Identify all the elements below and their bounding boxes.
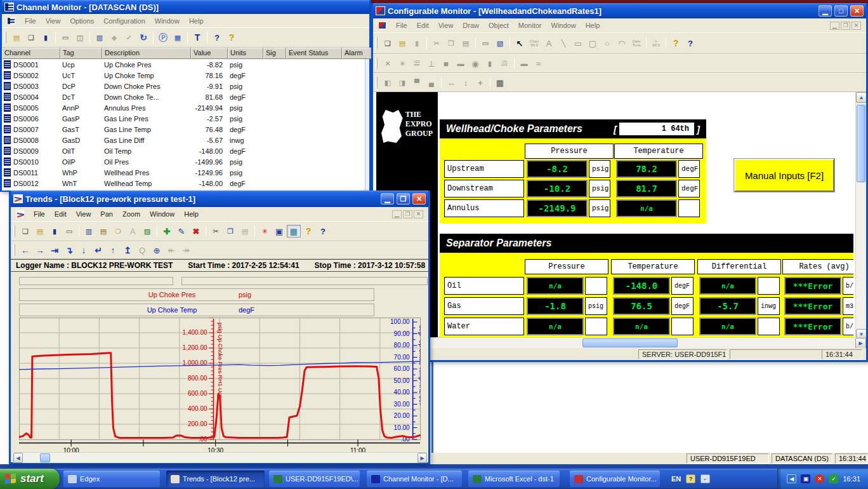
rect-tool-icon[interactable]: ▭: [571, 37, 585, 50]
pan-down-end-icon[interactable]: ↵: [91, 244, 105, 257]
select-arrow-icon[interactable]: ↖: [513, 37, 527, 50]
print-icon[interactable]: ▭: [58, 31, 72, 44]
taskbar-item-6[interactable]: Configurable Monitor...: [570, 471, 660, 487]
manual-inputs-button[interactable]: Manual Inputs [F2]: [734, 159, 834, 192]
context-help-icon[interactable]: ?: [683, 37, 697, 50]
pan-down-icon[interactable]: ↓: [77, 244, 91, 257]
align-right-icon[interactable]: ◨: [395, 76, 409, 89]
language-indicator[interactable]: EN: [671, 475, 681, 483]
columns-icon[interactable]: ▥: [93, 31, 107, 44]
scroll-up-icon[interactable]: ▲: [856, 92, 866, 103]
tray-security-alert-icon[interactable]: ✕: [815, 474, 824, 483]
menu-configuration[interactable]: Configuration: [103, 17, 145, 25]
save-icon[interactable]: ▮: [48, 225, 62, 238]
add-trace-icon[interactable]: ✚: [160, 225, 174, 238]
menu-file[interactable]: File: [25, 17, 36, 25]
table-row[interactable]: DS0003DcPDown Choke Pres-9.91psig: [2, 81, 369, 91]
legend-row-1[interactable]: Up Choke Prespsig: [19, 288, 374, 301]
paste-icon[interactable]: ▤: [238, 225, 252, 238]
channel-scrollbar[interactable]: [365, 59, 369, 191]
close-button[interactable]: ✕: [850, 5, 864, 17]
print-icon[interactable]: ▭: [478, 37, 492, 50]
display-icon[interactable]: ▣: [272, 225, 286, 238]
bar-tool-icon[interactable]: ⊥: [424, 57, 438, 70]
arc-tool-icon[interactable]: ◠: [615, 37, 629, 50]
same-width-icon[interactable]: ↔: [444, 76, 458, 89]
print-icon[interactable]: ▭: [62, 225, 76, 238]
save-icon[interactable]: ▮: [39, 31, 53, 44]
column-header-tag[interactable]: Tag: [60, 48, 102, 59]
context-help-icon[interactable]: ?: [210, 31, 224, 44]
menu-file[interactable]: File: [34, 210, 45, 218]
copy-icon[interactable]: ❐: [223, 225, 237, 238]
taskbar-item-4[interactable]: Channel Monitor - [D...: [367, 471, 462, 487]
paste-icon[interactable]: ▤: [459, 37, 473, 50]
mdi-minimize-icon[interactable]: ▁: [830, 22, 839, 30]
taskbar-item-1[interactable]: Edgex: [63, 471, 160, 487]
trends-field-right[interactable]: [181, 277, 428, 285]
diamond-icon[interactable]: ◆: [107, 31, 121, 44]
taskbar-item-3[interactable]: USER-DD915F19ED\...: [269, 471, 360, 487]
menu-window[interactable]: Window: [551, 22, 576, 29]
align-top-icon[interactable]: ▀: [410, 76, 424, 89]
alarm-tool-icon[interactable]: ✕: [381, 57, 395, 70]
start-button[interactable]: start: [0, 469, 60, 489]
menu-monitor[interactable]: Monitor: [518, 22, 542, 29]
language-options-icon[interactable]: ⌐: [700, 474, 710, 483]
trends-titlebar[interactable]: Trends - [Block12 pre-work pressure test…: [11, 191, 428, 207]
scroll-right-icon[interactable]: ▶: [418, 453, 427, 463]
logger-folder-icon[interactable]: ▤: [96, 225, 110, 238]
cut-icon[interactable]: ✂: [430, 37, 444, 50]
table-row[interactable]: DS0004DcTDown Choke Te...81.68degF: [2, 91, 369, 102]
menu-help[interactable]: Help: [184, 210, 199, 218]
restore-button[interactable]: ❐: [397, 193, 410, 204]
taskbar-item-5[interactable]: Microsoft Excel - dst-1: [468, 471, 560, 487]
column-header-units[interactable]: Units: [228, 48, 263, 59]
menu-view[interactable]: View: [438, 22, 454, 29]
database-icon[interactable]: ❍: [111, 225, 125, 238]
mdi-restore-icon[interactable]: ❐: [403, 210, 412, 218]
hbar-tool-icon[interactable]: ▬: [454, 57, 468, 70]
table-row[interactable]: DS0002UcTUp Choke Temp78.16degF: [2, 70, 369, 81]
pan-up-end-icon[interactable]: ↥: [121, 244, 135, 257]
mdi-close-icon[interactable]: ✕: [852, 22, 861, 30]
menu-file[interactable]: File: [396, 22, 407, 29]
table-row[interactable]: DS0011WhPWellhead Pres-1249.96psig: [2, 167, 369, 178]
maximize-button[interactable]: □: [834, 5, 848, 17]
scroll-right-icon[interactable]: ▶: [855, 338, 866, 349]
open-icon[interactable]: ▤: [10, 31, 23, 44]
mdi-close-icon[interactable]: ✕: [414, 210, 423, 218]
config-hscrollbar[interactable]: ◀ ▶: [373, 337, 866, 348]
scroll-left-icon[interactable]: ◀: [13, 453, 23, 463]
edit-trace-icon[interactable]: ✎: [174, 225, 188, 238]
trends-hscroll-thumb[interactable]: [40, 453, 50, 462]
choke-size-value[interactable]: 1 64th: [619, 123, 694, 135]
new-icon[interactable]: ❏: [24, 31, 38, 44]
grid-snap-icon[interactable]: ▦: [493, 76, 507, 89]
table-row[interactable]: DS0006GasPGas Line Pres-2.57psig: [2, 113, 369, 124]
history-fwd-icon[interactable]: ↠: [179, 244, 193, 257]
value-cut-icon[interactable]: ✂ 99.9: [649, 37, 663, 50]
trends-field-left[interactable]: [19, 277, 173, 285]
menu-help[interactable]: Help: [586, 22, 600, 29]
menu-draw[interactable]: Draw: [463, 22, 479, 29]
save-icon[interactable]: ▮: [410, 37, 424, 50]
minimize-button[interactable]: ▁: [381, 193, 394, 204]
language-bar[interactable]: EN ? ⌐: [671, 469, 710, 489]
close-button[interactable]: ✕: [412, 193, 426, 204]
history-back-icon[interactable]: ↞: [164, 244, 178, 257]
table-row[interactable]: DS0009OilTOil Temp-148.00degF: [2, 145, 369, 156]
copy-icon[interactable]: ❐: [444, 37, 458, 50]
gauge-tool-icon[interactable]: ◉: [468, 57, 482, 70]
pan-up-icon[interactable]: ↑: [106, 244, 120, 257]
pan-left-icon[interactable]: ←: [18, 244, 32, 257]
zoom-out-icon[interactable]: Q: [135, 244, 149, 257]
wave-tool-icon[interactable]: ≈: [532, 57, 546, 70]
new-icon[interactable]: ❏: [18, 225, 32, 238]
taskbar-item-2[interactable]: Trends - [Block12 pre...: [166, 471, 265, 487]
delete-trace-icon[interactable]: ✖: [189, 225, 203, 238]
align-bottom-icon[interactable]: ▄: [424, 76, 438, 89]
trend-bar-icon[interactable]: ▬: [517, 57, 531, 70]
onoff-tool-icon[interactable]: ON OFF: [497, 57, 511, 70]
table-row[interactable]: DS0010OilPOil Pres-1499.96psig: [2, 156, 369, 167]
